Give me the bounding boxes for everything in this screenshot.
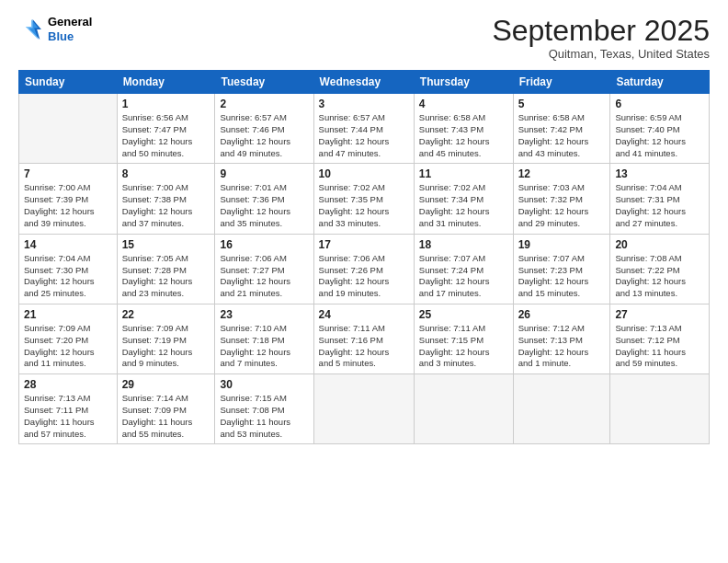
table-row: 20Sunrise: 7:08 AMSunset: 7:22 PMDayligh…	[610, 234, 710, 304]
table-row: 12Sunrise: 7:03 AMSunset: 7:32 PMDayligh…	[513, 164, 610, 234]
header-friday: Friday	[513, 71, 610, 94]
day-number: 18	[419, 238, 508, 251]
logo: General Blue	[18, 15, 92, 43]
day-info: Sunrise: 7:08 AMSunset: 7:22 PMDaylight:…	[615, 253, 704, 300]
day-number: 25	[419, 308, 508, 321]
table-row: 18Sunrise: 7:07 AMSunset: 7:24 PMDayligh…	[414, 234, 513, 304]
day-number: 20	[615, 238, 704, 251]
table-row: 25Sunrise: 7:11 AMSunset: 7:15 PMDayligh…	[414, 304, 513, 373]
page-header: General Blue September 2025 Quitman, Tex…	[18, 15, 710, 61]
table-row	[313, 374, 414, 444]
day-number: 23	[220, 308, 308, 321]
table-row	[414, 374, 513, 444]
day-info: Sunrise: 7:02 AMSunset: 7:34 PMDaylight:…	[419, 182, 508, 229]
day-number: 10	[319, 167, 409, 180]
day-info: Sunrise: 7:05 AMSunset: 7:28 PMDaylight:…	[122, 253, 210, 300]
table-row	[513, 374, 610, 444]
table-row: 11Sunrise: 7:02 AMSunset: 7:34 PMDayligh…	[414, 164, 513, 234]
day-number: 14	[24, 238, 112, 251]
day-number: 4	[419, 98, 508, 110]
day-number: 8	[122, 167, 210, 180]
table-row	[19, 94, 118, 164]
month-title: September 2025	[492, 15, 710, 47]
day-info: Sunrise: 7:15 AMSunset: 7:08 PMDaylight:…	[220, 393, 308, 440]
day-number: 28	[24, 378, 112, 391]
day-number: 2	[220, 98, 308, 110]
day-number: 29	[122, 378, 210, 391]
day-info: Sunrise: 6:57 AMSunset: 7:44 PMDaylight:…	[319, 112, 409, 159]
table-row: 28Sunrise: 7:13 AMSunset: 7:11 PMDayligh…	[19, 374, 118, 444]
day-number: 17	[319, 238, 409, 251]
table-row: 29Sunrise: 7:14 AMSunset: 7:09 PMDayligh…	[117, 374, 215, 444]
day-info: Sunrise: 6:58 AMSunset: 7:43 PMDaylight:…	[419, 112, 508, 159]
day-info: Sunrise: 7:03 AMSunset: 7:32 PMDaylight:…	[518, 182, 606, 229]
day-info: Sunrise: 7:10 AMSunset: 7:18 PMDaylight:…	[220, 323, 308, 370]
day-info: Sunrise: 7:13 AMSunset: 7:12 PMDaylight:…	[615, 323, 704, 370]
calendar-week-row: 21Sunrise: 7:09 AMSunset: 7:20 PMDayligh…	[19, 304, 710, 373]
day-info: Sunrise: 7:04 AMSunset: 7:30 PMDaylight:…	[24, 253, 112, 300]
day-number: 13	[615, 167, 704, 180]
day-info: Sunrise: 6:59 AMSunset: 7:40 PMDaylight:…	[615, 112, 704, 159]
calendar-week-row: 14Sunrise: 7:04 AMSunset: 7:30 PMDayligh…	[19, 234, 710, 304]
day-info: Sunrise: 7:02 AMSunset: 7:35 PMDaylight:…	[319, 182, 409, 229]
table-row: 10Sunrise: 7:02 AMSunset: 7:35 PMDayligh…	[313, 164, 414, 234]
day-info: Sunrise: 7:12 AMSunset: 7:13 PMDaylight:…	[518, 323, 606, 370]
table-row: 19Sunrise: 7:07 AMSunset: 7:23 PMDayligh…	[513, 234, 610, 304]
day-info: Sunrise: 7:00 AMSunset: 7:38 PMDaylight:…	[122, 182, 210, 229]
header-sunday: Sunday	[19, 71, 118, 94]
day-number: 11	[419, 167, 508, 180]
table-row: 15Sunrise: 7:05 AMSunset: 7:28 PMDayligh…	[117, 234, 215, 304]
logo-text: General Blue	[48, 15, 92, 43]
day-number: 19	[518, 238, 606, 251]
day-number: 9	[220, 167, 308, 180]
table-row: 2Sunrise: 6:57 AMSunset: 7:46 PMDaylight…	[215, 94, 313, 164]
day-info: Sunrise: 7:14 AMSunset: 7:09 PMDaylight:…	[122, 393, 210, 440]
table-row: 16Sunrise: 7:06 AMSunset: 7:27 PMDayligh…	[215, 234, 313, 304]
table-row: 17Sunrise: 7:06 AMSunset: 7:26 PMDayligh…	[313, 234, 414, 304]
day-number: 26	[518, 308, 606, 321]
table-row: 14Sunrise: 7:04 AMSunset: 7:30 PMDayligh…	[19, 234, 118, 304]
day-info: Sunrise: 7:07 AMSunset: 7:23 PMDaylight:…	[518, 253, 606, 300]
table-row: 3Sunrise: 6:57 AMSunset: 7:44 PMDaylight…	[313, 94, 414, 164]
day-number: 3	[319, 98, 409, 110]
table-row: 6Sunrise: 6:59 AMSunset: 7:40 PMDaylight…	[610, 94, 710, 164]
day-info: Sunrise: 7:09 AMSunset: 7:20 PMDaylight:…	[24, 323, 112, 370]
table-row: 27Sunrise: 7:13 AMSunset: 7:12 PMDayligh…	[610, 304, 710, 373]
table-row: 4Sunrise: 6:58 AMSunset: 7:43 PMDaylight…	[414, 94, 513, 164]
day-number: 12	[518, 167, 606, 180]
day-number: 5	[518, 98, 606, 110]
day-info: Sunrise: 7:00 AMSunset: 7:39 PMDaylight:…	[24, 182, 112, 229]
day-info: Sunrise: 7:11 AMSunset: 7:16 PMDaylight:…	[319, 323, 409, 370]
header-saturday: Saturday	[610, 71, 710, 94]
day-number: 16	[220, 238, 308, 251]
table-row: 30Sunrise: 7:15 AMSunset: 7:08 PMDayligh…	[215, 374, 313, 444]
table-row: 1Sunrise: 6:56 AMSunset: 7:47 PMDaylight…	[117, 94, 215, 164]
calendar-header-row: Sunday Monday Tuesday Wednesday Thursday…	[19, 71, 710, 94]
day-info: Sunrise: 7:07 AMSunset: 7:24 PMDaylight:…	[419, 253, 508, 300]
table-row: 26Sunrise: 7:12 AMSunset: 7:13 PMDayligh…	[513, 304, 610, 373]
header-monday: Monday	[117, 71, 215, 94]
day-info: Sunrise: 6:57 AMSunset: 7:46 PMDaylight:…	[220, 112, 308, 159]
day-info: Sunrise: 7:11 AMSunset: 7:15 PMDaylight:…	[419, 323, 508, 370]
day-info: Sunrise: 7:06 AMSunset: 7:27 PMDaylight:…	[220, 253, 308, 300]
day-number: 15	[122, 238, 210, 251]
table-row: 5Sunrise: 6:58 AMSunset: 7:42 PMDaylight…	[513, 94, 610, 164]
day-number: 1	[122, 98, 210, 110]
day-info: Sunrise: 7:13 AMSunset: 7:11 PMDaylight:…	[24, 393, 112, 440]
table-row: 21Sunrise: 7:09 AMSunset: 7:20 PMDayligh…	[19, 304, 118, 373]
header-thursday: Thursday	[414, 71, 513, 94]
day-number: 22	[122, 308, 210, 321]
calendar-week-row: 28Sunrise: 7:13 AMSunset: 7:11 PMDayligh…	[19, 374, 710, 444]
table-row	[610, 374, 710, 444]
day-number: 6	[615, 98, 704, 110]
table-row: 7Sunrise: 7:00 AMSunset: 7:39 PMDaylight…	[19, 164, 118, 234]
table-row: 8Sunrise: 7:00 AMSunset: 7:38 PMDaylight…	[117, 164, 215, 234]
day-info: Sunrise: 7:01 AMSunset: 7:36 PMDaylight:…	[220, 182, 308, 229]
table-row: 23Sunrise: 7:10 AMSunset: 7:18 PMDayligh…	[215, 304, 313, 373]
table-row: 24Sunrise: 7:11 AMSunset: 7:16 PMDayligh…	[313, 304, 414, 373]
calendar-week-row: 1Sunrise: 6:56 AMSunset: 7:47 PMDaylight…	[19, 94, 710, 164]
logo-icon	[18, 17, 44, 42]
table-row: 9Sunrise: 7:01 AMSunset: 7:36 PMDaylight…	[215, 164, 313, 234]
title-block: September 2025 Quitman, Texas, United St…	[492, 15, 710, 61]
calendar-table: Sunday Monday Tuesday Wednesday Thursday…	[18, 70, 710, 444]
